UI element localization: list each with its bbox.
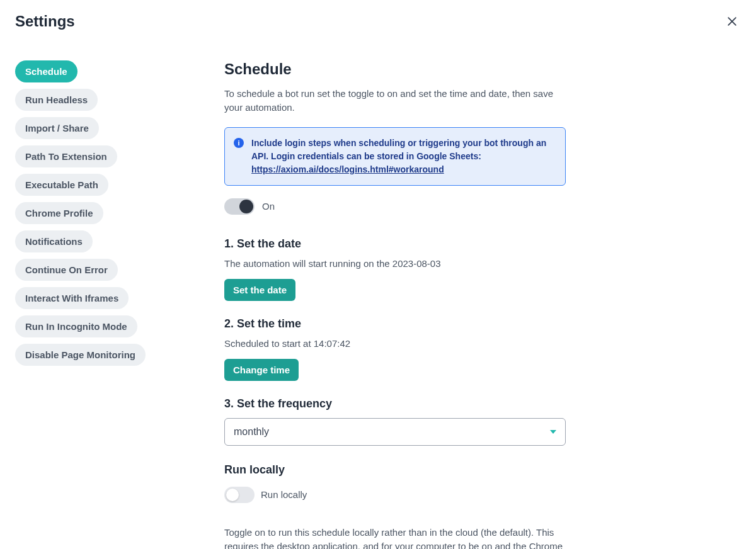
info-link[interactable]: https://axiom.ai/docs/logins.html#workar… — [251, 164, 444, 174]
run-locally-description: Toggle on to run this schedule locally r… — [224, 526, 566, 550]
chevron-down-icon — [550, 430, 556, 434]
info-text-body: Include login steps when scheduling or t… — [251, 138, 546, 161]
info-text: Include login steps when scheduling or t… — [251, 137, 554, 176]
run-locally-toggle[interactable] — [224, 487, 255, 503]
change-time-button[interactable]: Change time — [224, 359, 299, 381]
close-button[interactable] — [723, 13, 741, 30]
info-banner: i Include login steps when scheduling or… — [224, 127, 566, 186]
sidebar-item-executable-path[interactable]: Executable Path — [15, 174, 108, 196]
close-icon — [726, 15, 738, 28]
frequency-select[interactable]: monthly — [224, 418, 566, 446]
frequency-value: monthly — [234, 426, 269, 438]
sidebar-item-notifications[interactable]: Notifications — [15, 230, 93, 252]
step3-title: 3. Set the frequency — [224, 397, 566, 410]
run-locally-toggle-label: Run locally — [261, 489, 307, 500]
step1-title: 1. Set the date — [224, 237, 566, 251]
sidebar-item-continue-on-error[interactable]: Continue On Error — [15, 259, 118, 281]
run-locally-title: Run locally — [224, 463, 566, 477]
sidebar-item-path-to-extension[interactable]: Path To Extension — [15, 145, 117, 167]
info-icon: i — [234, 138, 244, 148]
schedule-toggle-row: On — [224, 198, 566, 215]
page-title: Settings — [15, 13, 75, 30]
step2-description: Scheduled to start at 14:07:42 — [224, 338, 566, 349]
sidebar-item-schedule[interactable]: Schedule — [15, 60, 77, 82]
sidebar-item-chrome-profile[interactable]: Chrome Profile — [15, 202, 103, 224]
sidebar-item-disable-page-monitoring[interactable]: Disable Page Monitoring — [15, 344, 146, 366]
sidebar: Schedule Run Headless Import / Share Pat… — [15, 60, 204, 549]
step1-description: The automation will start running on the… — [224, 258, 566, 269]
sidebar-item-run-in-incognito-mode[interactable]: Run In Incognito Mode — [15, 315, 137, 337]
schedule-toggle[interactable] — [224, 198, 255, 215]
main-content: Schedule To schedule a bot run set the t… — [224, 60, 566, 549]
section-description: To schedule a bot run set the toggle to … — [224, 87, 566, 115]
set-the-date-button[interactable]: Set the date — [224, 279, 295, 301]
sidebar-item-run-headless[interactable]: Run Headless — [15, 89, 98, 111]
schedule-toggle-label: On — [262, 201, 275, 212]
header: Settings — [0, 0, 756, 30]
run-locally-toggle-row: Run locally — [224, 487, 566, 503]
sidebar-item-interact-with-iframes[interactable]: Interact With Iframes — [15, 287, 129, 309]
sidebar-item-import-share[interactable]: Import / Share — [15, 117, 99, 139]
section-title: Schedule — [224, 60, 566, 78]
step2-title: 2. Set the time — [224, 317, 566, 331]
